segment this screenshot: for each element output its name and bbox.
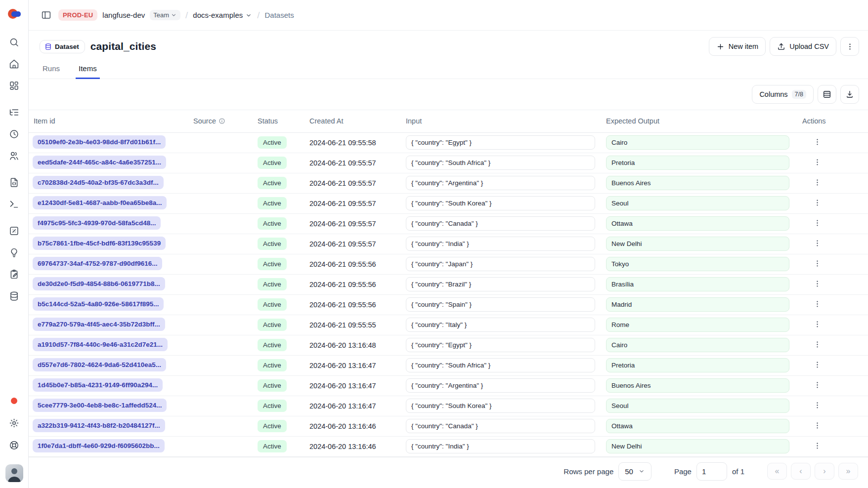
row-actions-kebab-button[interactable] [810,338,824,352]
table-row[interactable]: b5c144cd-52a5-4a80-926e-58617f895...Acti… [29,294,868,315]
export-button[interactable] [840,85,859,104]
langfuse-logo[interactable] [7,7,21,20]
dataset-actions-kebab-button[interactable] [840,37,859,56]
table-row[interactable]: e12430df-5e81-4687-aabb-f0ea65be8a...Act… [29,193,868,213]
row-actions-kebab-button[interactable] [810,359,824,372]
table-row[interactable]: a322b319-9412-4f43-b8f2-b20484127f...Act… [29,416,868,436]
sidebar-item-user-avatar[interactable] [5,464,23,482]
row-actions-kebab-button[interactable] [810,237,824,251]
item-id-pill[interactable]: eed5dafe-244f-465c-a84c-4a6e357251... [33,156,166,169]
item-id-pill[interactable]: de30d2e0-f5d9-4854-88b6-0619771b8... [33,277,165,290]
tab-items[interactable]: Items [76,59,100,79]
sidebar-item-evaluation[interactable] [5,222,23,240]
row-actions-kebab-button[interactable] [810,136,824,150]
row-actions-kebab-button[interactable] [810,298,824,312]
column-header-input[interactable]: Input [402,110,602,132]
table-row[interactable]: 69764737-34af-4752-9787-d90df9616...Acti… [29,254,868,274]
project-dropdown[interactable]: docs-examples [193,11,252,19]
table-row[interactable]: eed5dafe-244f-465c-a84c-4a6e357251...Act… [29,153,868,173]
row-actions-kebab-button[interactable] [810,278,824,291]
sidebar-item-prompts[interactable] [5,173,23,191]
sidebar-toggle-button[interactable] [39,8,53,23]
rows-per-page-select[interactable]: 50 [618,462,651,481]
page-number-input[interactable] [696,462,727,481]
item-id-pill[interactable]: 1f0e7da1-dbff-4e60-929d-f6095602bb... [33,439,165,452]
table-row[interactable]: de30d2e0-f5d9-4854-88b6-0619771b8...Acti… [29,274,868,294]
row-actions-kebab-button[interactable] [810,379,824,393]
datasets-icon [9,291,19,301]
table-row[interactable]: b75c7861-1fbe-45cf-bdf6-83f139c95539Acti… [29,234,868,254]
annotation-icon [9,269,19,280]
sidebar-item-datasets[interactable] [5,287,23,305]
evaluation-icon [9,226,19,236]
next-page-button[interactable]: › [815,463,834,480]
sidebar-item-sessions[interactable] [5,125,23,143]
item-id-pill[interactable]: b75c7861-1fbe-45cf-bdf6-83f139c95539 [33,237,166,250]
sidebar-item-dashboard[interactable] [5,77,23,94]
column-header-status[interactable]: Status [254,110,305,132]
row-actions-kebab-button[interactable] [810,156,824,170]
row-actions-kebab-button[interactable] [810,419,824,433]
database-icon [44,43,52,50]
column-header-created-at[interactable]: Created At [305,110,402,132]
prev-page-button[interactable]: ‹ [791,463,811,480]
item-id-pill[interactable]: 1d45b0e7-b85a-4231-9149-6ff90a294... [33,378,163,392]
item-id-pill[interactable]: 69764737-34af-4752-9787-d90df9616... [33,257,162,270]
sidebar-item-search[interactable] [5,33,23,51]
column-header-item-id[interactable]: Item id [29,110,189,132]
table-row[interactable]: 1d45b0e7-b85a-4231-9149-6ff90a294...Acti… [29,375,868,396]
item-id-pill[interactable]: 5cee7779-3e00-4eb8-be8c-1affedd524... [33,399,167,412]
table-row[interactable]: f4975c95-5fc3-4939-970d-58fa5cd48...Acti… [29,213,868,234]
row-height-button[interactable] [818,85,836,104]
column-header-source[interactable]: Source [189,110,254,132]
row-actions-kebab-button[interactable] [810,257,824,271]
first-page-button[interactable]: « [767,463,787,480]
sidebar-item-suggestions[interactable] [5,244,23,261]
sidebar-item-home[interactable] [5,55,23,73]
created-at-cell: 2024-06-20 13:16:48 [305,335,402,355]
breadcrumb-section[interactable]: Datasets [265,11,294,19]
tab-runs[interactable]: Runs [40,59,63,79]
table-row[interactable]: c702838d-24d5-40a2-bf35-67dc3a3df...Acti… [29,173,868,193]
sidebar-item-support[interactable] [5,436,23,454]
item-id-pill[interactable]: c702838d-24d5-40a2-bf35-67dc3a3df... [33,176,164,189]
columns-button[interactable]: Columns 7/8 [752,85,814,104]
row-actions-kebab-button[interactable] [810,440,824,453]
item-id-pill[interactable]: 05109ef0-2e3b-4e03-98dd-8f7d01b61f... [33,135,166,149]
item-id-pill[interactable]: b5c144cd-52a5-4a80-926e-58617f895... [33,297,164,311]
item-id-pill[interactable]: e779a270-579a-4f45-aec4-35b72d3bff... [33,318,165,331]
item-id-pill[interactable]: e12430df-5e81-4687-aabb-f0ea65be8a... [33,196,167,209]
sidebar-item-annotation[interactable] [5,265,23,283]
support-icon [9,440,19,450]
column-header-expected-output[interactable]: Expected Output [602,110,796,132]
org-type-dropdown[interactable]: Team [150,10,180,20]
source-cell [189,315,254,335]
sidebar-item-record-dot[interactable] [5,392,23,409]
table-row[interactable]: 05109ef0-2e3b-4e03-98dd-8f7d01b61f...Act… [29,132,868,153]
table-row[interactable]: e779a270-579a-4f45-aec4-35b72d3bff...Act… [29,315,868,335]
upload-csv-button[interactable]: Upload CSV [770,37,836,56]
sidebar-item-tracing[interactable] [5,103,23,121]
item-id-pill[interactable]: f4975c95-5fc3-4939-970d-58fa5cd48... [33,216,161,230]
last-page-button[interactable]: » [838,463,858,480]
status-badge: Active [258,136,287,149]
table-row[interactable]: d557e7d6-7802-4624-9da6-52d410ea5...Acti… [29,355,868,375]
row-actions-kebab-button[interactable] [810,399,824,413]
table-row[interactable]: 1f0e7da1-dbff-4e60-929d-f6095602bb...Act… [29,436,868,456]
sidebar-item-users[interactable] [5,147,23,164]
row-actions-kebab-button[interactable] [810,176,824,190]
row-actions-kebab-button[interactable] [810,318,824,332]
row-actions-kebab-button[interactable] [810,197,824,210]
item-id-pill[interactable]: d557e7d6-7802-4624-9da6-52d410ea5... [33,358,166,371]
item-id-pill[interactable]: a1910d57-7f84-440c-9e46-a31c2d7e21... [33,338,168,351]
sidebar-item-settings[interactable] [5,414,23,432]
settings-icon [9,418,19,428]
sidebar-item-playground[interactable] [5,195,23,213]
new-item-button[interactable]: New item [709,37,766,56]
kebab-icon [813,239,822,249]
table-row[interactable]: a1910d57-7f84-440c-9e46-a31c2d7e21...Act… [29,335,868,355]
item-id-pill[interactable]: a322b319-9412-4f43-b8f2-b20484127f... [33,419,165,432]
table-row[interactable]: 5cee7779-3e00-4eb8-be8c-1affedd524...Act… [29,396,868,416]
breadcrumb-organization[interactable]: langfuse-dev [102,11,145,19]
row-actions-kebab-button[interactable] [810,217,824,231]
